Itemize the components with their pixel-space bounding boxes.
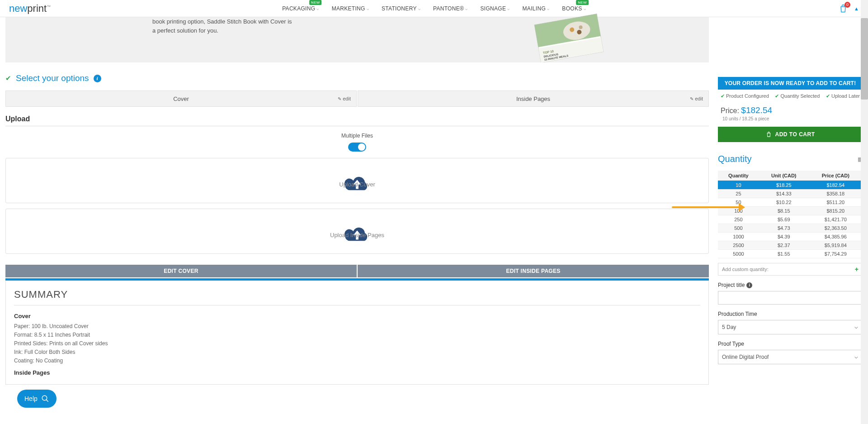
nav-item-mailing[interactable]: MAILING⌵ (523, 5, 550, 12)
quantity-row[interactable]: 500$4.73$2,363.50 (718, 224, 863, 233)
quantity-row[interactable]: 10$18.25$182.54 (718, 181, 863, 190)
scroll-top-icon[interactable]: ▲ (854, 6, 859, 11)
price-label: Price: (721, 107, 741, 114)
qty-header-quantity: Quantity (718, 171, 759, 181)
upload-inside-text: Upload Inside Pages (330, 232, 384, 238)
summary-box: SUMMARY Cover Paper: 100 lb. Uncoated Co… (5, 281, 709, 385)
check-icon: ✔ (826, 93, 830, 99)
info-icon[interactable]: i (94, 75, 101, 82)
price-value: $182.54 (741, 105, 772, 115)
edit-buttons-row: EDIT COVER EDIT INSIDE PAGES (5, 265, 709, 277)
price-sub: 10 units / 18.25 a piece (718, 116, 863, 121)
quantity-row[interactable]: 25$14.33$358.18 (718, 190, 863, 198)
upload-cover-dropzone[interactable]: Upload Cover (5, 158, 709, 203)
quantity-row[interactable]: 2500$2.37$5,919.84 (718, 241, 863, 250)
summary-line: Format: 8.5 x 11 Inches Portrait (14, 332, 700, 338)
check-icon: ✔ (5, 74, 11, 82)
arrow-indicator (672, 206, 740, 208)
cart-area: 0 ▲ (839, 4, 859, 14)
logo-tm: ™ (47, 4, 51, 9)
price-row: Price: $182.54 (718, 105, 863, 115)
scrollbar[interactable] (861, 0, 868, 385)
chevron-down-icon: ⌵ (547, 6, 549, 11)
cart-icon[interactable]: 0 (839, 4, 848, 14)
hero-image: TOP 10 DELICIOUS 15 MINUTE MEALS (524, 13, 609, 62)
quantity-header: Quantity ▦ (718, 154, 863, 164)
production-time-select[interactable]: 5 Day (718, 320, 863, 334)
toggle-knob (358, 143, 365, 151)
quantity-row[interactable]: 250$5.69$1,421.70 (718, 215, 863, 224)
summary-line: Coating: No Coating (14, 357, 700, 364)
divider (14, 305, 700, 305)
chevron-down-icon: ⌵ (316, 6, 319, 11)
nav-item-stationery[interactable]: STATIONERY⌵ (382, 5, 420, 12)
upload-heading: Upload (5, 115, 709, 123)
nav-item-signage[interactable]: SIGNAGE⌵ (480, 5, 509, 12)
quantity-row[interactable]: 1000$4.39$4,385.96 (718, 233, 863, 241)
qty-header-unit: Unit (CAD) (759, 171, 809, 181)
quantity-table: Quantity Unit (CAD) Price (CAD) 10$18.25… (718, 171, 863, 258)
logo-blue: new (9, 3, 27, 14)
summary-line: Ink: Full Color Both Sides (14, 349, 700, 355)
status-upload: ✔Upload Later (826, 93, 860, 99)
custom-quantity-input[interactable]: Add custom quantity: + (718, 263, 863, 276)
summary-line: Paper: 100 lb. Uncoated Cover (14, 323, 700, 329)
pencil-icon: ✎ (338, 96, 341, 101)
project-title-label: Project title i (718, 282, 863, 288)
project-title-input[interactable] (718, 291, 863, 305)
qty-header-price: Price (CAD) (809, 171, 863, 181)
tab-cover-label: Cover (173, 95, 189, 102)
hero-banner: book printing option, Saddle Stitch Book… (5, 17, 709, 62)
divider (5, 126, 709, 126)
check-icon: ✔ (775, 93, 779, 99)
chevron-down-icon: ⌵ (465, 6, 467, 11)
nav-item-packaging[interactable]: PACKAGING⌵NEW (282, 5, 319, 12)
status-quantity: ✔Quantity Selected (775, 93, 820, 99)
add-to-cart-label: ADD TO CART (775, 131, 815, 138)
chevron-down-icon: ⌵ (507, 6, 509, 11)
tab-inside-edit[interactable]: ✎edit (690, 96, 703, 101)
logo[interactable]: newprint™ (9, 3, 51, 14)
quantity-row[interactable]: 5000$1.55$7,754.29 (718, 250, 863, 258)
cart-badge: 0 (844, 2, 850, 8)
plus-icon[interactable]: + (855, 266, 859, 273)
order-ready-bar: YOUR ORDER IS NOW READY TO ADD TO CART! (718, 77, 863, 90)
scrollbar-thumb[interactable] (861, 18, 868, 100)
nav-item-pantone[interactable]: PANTONE®⌵ (433, 5, 467, 12)
edit-inside-button[interactable]: EDIT INSIDE PAGES (358, 265, 709, 277)
multiple-files-label: Multiple Files (5, 133, 709, 139)
nav-item-books[interactable]: BOOKS⌵NEW (562, 5, 586, 12)
chevron-down-icon: ⌵ (418, 6, 420, 11)
pencil-icon: ✎ (690, 96, 693, 101)
multiple-files-toggle[interactable] (348, 143, 366, 152)
status-row: ✔Product Configured ✔Quantity Selected ✔… (718, 90, 863, 105)
chevron-down-icon: ⌵ (367, 6, 369, 11)
chevron-down-icon: ⌵ (584, 6, 586, 11)
nav-item-marketing[interactable]: MARKETING⌵ (332, 5, 369, 12)
proof-type-select[interactable]: Online Digital Proof (718, 350, 863, 364)
main-nav: PACKAGING⌵NEWMARKETING⌵STATIONERY⌵PANTON… (282, 5, 586, 12)
proof-type-label: Proof Type (718, 341, 863, 347)
custom-quantity-placeholder: Add custom quantity: (722, 267, 769, 272)
tab-cover-edit[interactable]: ✎edit (338, 96, 351, 101)
section-title: ✔ Select your options i (5, 73, 709, 83)
upload-cover-text: Upload Cover (339, 181, 375, 188)
edit-cover-button[interactable]: EDIT COVER (5, 265, 357, 277)
quantity-title: Quantity (718, 154, 751, 164)
logo-dark: print (27, 3, 47, 14)
tab-inside[interactable]: Inside Pages ✎edit (358, 91, 709, 107)
upload-inside-dropzone[interactable]: Upload Inside Pages (5, 209, 709, 254)
add-to-cart-button[interactable]: ADD TO CART (718, 127, 863, 142)
new-badge: NEW (576, 0, 589, 5)
new-badge: NEW (309, 0, 322, 5)
summary-cover-heading: Cover (14, 313, 700, 319)
main-header: newprint™ PACKAGING⌵NEWMARKETING⌵STATION… (0, 0, 868, 17)
summary-inside-heading: Inside Pages (14, 369, 700, 376)
option-tabs: Cover ✎edit Inside Pages ✎edit (5, 91, 709, 107)
production-time-label: Production Time (718, 311, 863, 317)
bag-icon (766, 131, 772, 138)
tab-cover[interactable]: Cover ✎edit (5, 91, 357, 107)
hero-text: book printing option, Saddle Stitch Book… (152, 17, 292, 35)
check-icon: ✔ (721, 93, 725, 99)
info-icon[interactable]: i (746, 282, 752, 288)
